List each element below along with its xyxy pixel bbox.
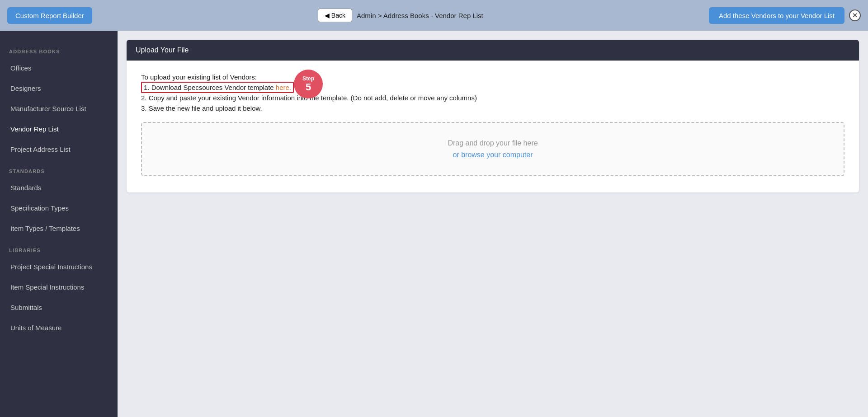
upload-card-body: Step 5 To upload your existing list of V… (127, 61, 859, 192)
sidebar-item-project-special-instructions[interactable]: Project Special Instructions (0, 257, 118, 277)
step-label: Step (302, 75, 314, 82)
libraries-section-label: LIBRARIES (0, 239, 118, 257)
sidebar-item-designers[interactable]: Designers (0, 78, 118, 98)
custom-report-button[interactable]: Custom Report Builder (7, 7, 92, 24)
content-area: Upload Your File Step 5 To upload your e… (118, 31, 868, 417)
sidebar-item-vendor-rep-list[interactable]: Vendor Rep List (0, 119, 118, 139)
breadcrumb-area: ◀ Back Admin > Address Books - Vendor Re… (318, 9, 483, 22)
sidebar-item-specification-types[interactable]: Specification Types (0, 198, 118, 218)
step1-link[interactable]: here. (276, 84, 291, 91)
close-button[interactable]: ✕ (849, 9, 861, 21)
upload-card: Upload Your File Step 5 To upload your e… (127, 40, 859, 192)
sidebar-item-standards[interactable]: Standards (0, 178, 118, 198)
instructions-intro: To upload your existing list of Vendors: (141, 73, 844, 81)
browse-computer-link[interactable]: or browse your computer (453, 151, 533, 159)
sidebar-item-project-address-list[interactable]: Project Address List (0, 139, 118, 159)
step1-prefix: 1. Download Specsources Vendor template (144, 84, 276, 91)
instructions-list: 1. Download Specsources Vendor template … (141, 84, 844, 112)
top-header: Custom Report Builder ◀ Back Admin > Add… (0, 0, 868, 31)
breadcrumb: Admin > Address Books - Vendor Rep List (357, 12, 483, 19)
sidebar-item-item-special-instructions[interactable]: Item Special Instructions (0, 277, 118, 297)
drop-zone-text: Drag and drop your file here (448, 139, 538, 147)
sidebar-item-item-types-templates[interactable]: Item Types / Templates (0, 218, 118, 239)
standards-section-label: STANDARDS (0, 159, 118, 178)
sidebar-item-submittals[interactable]: Submittals (0, 297, 118, 318)
instruction-step3: 3. Save the new file and upload it below… (141, 104, 844, 112)
instruction-step1: 1. Download Specsources Vendor template … (141, 84, 844, 91)
address-books-section-label: ADDRESS BOOKS (0, 40, 118, 58)
header-right: Add these Vendors to your Vendor List ✕ (709, 7, 861, 24)
drop-zone[interactable]: Drag and drop your file here or browse y… (141, 122, 844, 176)
step-number: 5 (306, 82, 311, 93)
instruction-step2: 2. Copy and paste your existing Vendor i… (141, 94, 844, 102)
sidebar-item-offices[interactable]: Offices (0, 58, 118, 78)
sidebar-item-manufacturer-source-list[interactable]: Manufacturer Source List (0, 98, 118, 119)
back-button[interactable]: ◀ Back (318, 9, 352, 22)
sidebar-item-units-of-measure[interactable]: Units of Measure (0, 318, 118, 338)
step-badge: Step 5 (294, 70, 323, 98)
upload-card-header: Upload Your File (127, 40, 859, 61)
step1-highlight: 1. Download Specsources Vendor template … (141, 82, 294, 93)
sidebar: ADDRESS BOOKS Offices Designers Manufact… (0, 31, 118, 417)
add-vendors-button[interactable]: Add these Vendors to your Vendor List (709, 7, 844, 24)
main-layout: ADDRESS BOOKS Offices Designers Manufact… (0, 31, 868, 417)
